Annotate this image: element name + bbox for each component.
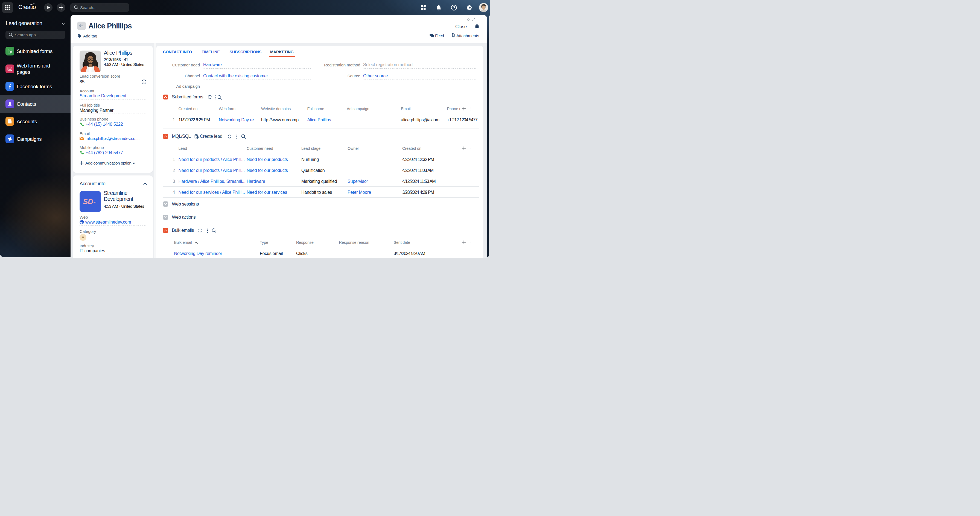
svg-text:SD: SD bbox=[83, 197, 93, 206]
